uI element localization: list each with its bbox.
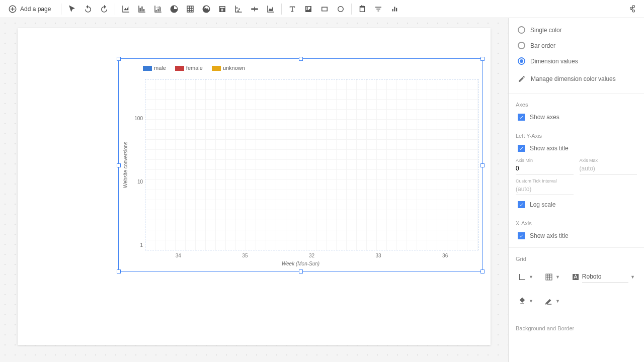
area-chart-icon[interactable]	[263, 2, 278, 17]
selected-chart[interactable]: male female unknown Website conversions …	[118, 58, 483, 272]
checkbox-show-x-title[interactable]: Show axis title	[516, 228, 637, 243]
axis-max-field[interactable]: Axis Max	[580, 158, 637, 174]
x-axis-ticks: 3435323336	[145, 253, 478, 258]
x-axis-title: Week (Mon-Sun)	[123, 261, 478, 266]
manage-colors-button[interactable]: Manage dimension color values	[516, 69, 637, 89]
plot-area	[145, 79, 478, 250]
add-page-button[interactable]: Add a page	[4, 3, 55, 16]
font-family-dropdown[interactable]: Roboto▼	[569, 269, 637, 285]
date-range-icon[interactable]	[355, 2, 370, 17]
section-grid: Grid	[516, 256, 637, 262]
add-page-label: Add a page	[20, 6, 51, 13]
legend-item: male	[143, 65, 166, 71]
rect-tool-icon[interactable]	[317, 2, 332, 17]
resize-handle[interactable]	[117, 57, 121, 61]
resize-handle[interactable]	[480, 163, 485, 167]
fill-color-dropdown[interactable]: ▼	[516, 295, 535, 308]
radio-bar-order[interactable]: Bar order	[516, 38, 637, 53]
legend-item: unknown	[212, 65, 245, 71]
border-color-dropdown[interactable]: ▼	[542, 295, 562, 308]
radio-single-color[interactable]: Single color	[516, 22, 637, 38]
resize-handle[interactable]	[480, 57, 485, 61]
axis-style-dropdown[interactable]: ▼	[516, 270, 535, 284]
combo-chart-icon[interactable]	[150, 2, 166, 17]
resize-handle[interactable]	[480, 269, 485, 274]
pencil-icon	[518, 75, 526, 83]
scatter-chart-icon[interactable]	[231, 2, 246, 17]
grid-style-dropdown[interactable]: ▼	[542, 270, 562, 284]
bar-chart-icon[interactable]	[134, 2, 149, 17]
checkbox-show-axes[interactable]: Show axes	[516, 110, 637, 125]
image-tool-icon[interactable]	[301, 2, 316, 17]
y-axis-ticks: 1 10 100	[131, 79, 145, 250]
section-x-axis: X-Axis	[516, 220, 637, 226]
data-control-icon[interactable]	[387, 2, 402, 17]
style-panel: Single color Bar order Dimension values …	[508, 18, 644, 362]
resize-handle[interactable]	[299, 269, 303, 274]
bullet-chart-icon[interactable]	[247, 2, 262, 17]
scorecard-icon[interactable]	[215, 2, 230, 17]
radio-dimension-values[interactable]: Dimension values	[516, 53, 637, 69]
y-axis-title: Website conversions	[123, 79, 131, 250]
chart-body: male female unknown Website conversions …	[123, 63, 478, 267]
resize-handle[interactable]	[299, 57, 303, 61]
axis-min-field[interactable]: Axis Min	[516, 158, 574, 174]
resize-handle[interactable]	[117, 269, 121, 274]
pie-chart-icon[interactable]	[167, 2, 182, 17]
top-toolbar: Add a page	[0, 0, 644, 18]
checkbox-log-scale[interactable]: Log scale	[516, 197, 637, 212]
filter-icon[interactable]	[371, 2, 386, 17]
circle-tool-icon[interactable]	[333, 2, 348, 17]
cursor-tool[interactable]	[64, 2, 79, 17]
section-axes: Axes	[516, 102, 637, 108]
geo-chart-icon[interactable]	[199, 2, 214, 17]
resize-handle[interactable]	[117, 163, 121, 167]
share-button[interactable]	[625, 2, 640, 17]
table-icon[interactable]	[183, 2, 198, 17]
chart-legend: male female unknown	[123, 63, 478, 75]
legend-item: female	[175, 65, 203, 71]
section-left-y: Left Y-Axis	[516, 133, 637, 139]
redo-button[interactable]	[97, 2, 112, 17]
undo-button[interactable]	[80, 2, 96, 17]
report-canvas[interactable]: male female unknown Website conversions …	[0, 18, 508, 362]
text-tool-icon[interactable]	[285, 2, 300, 17]
tick-interval-field[interactable]: Custom Tick Interval	[516, 178, 574, 195]
plus-circle-icon	[8, 5, 17, 14]
report-page: male female unknown Website conversions …	[18, 28, 491, 345]
section-background: Background and Border	[516, 325, 637, 331]
checkbox-show-y-title[interactable]: Show axis title	[516, 141, 637, 156]
line-chart-icon[interactable]	[118, 2, 133, 17]
